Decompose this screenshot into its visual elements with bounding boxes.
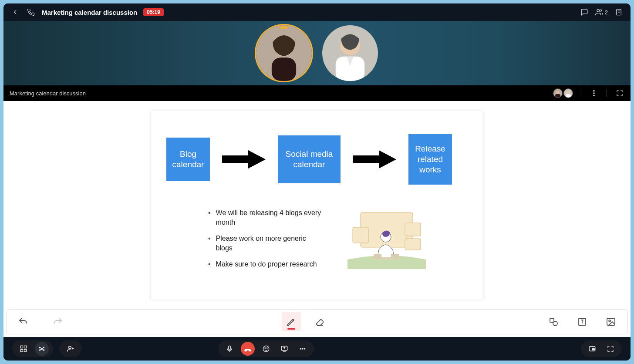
call-header: Marketing calendar discussion 05:19 2 [3, 3, 631, 21]
slide-viewport[interactable]: Blog calendar Social media calendar Rele… [3, 101, 631, 309]
svg-point-18 [594, 95, 594, 96]
svg-point-57 [302, 348, 303, 349]
svg-point-0 [597, 9, 600, 12]
whiteboard-toolbar [6, 309, 628, 334]
participant-count: 2 [605, 9, 608, 16]
more-icon[interactable] [589, 88, 599, 98]
svg-rect-6 [272, 57, 296, 81]
fullscreen-icon[interactable] [615, 88, 624, 98]
participant-avatar[interactable] [322, 25, 378, 81]
svg-rect-33 [20, 346, 23, 348]
svg-rect-26 [374, 254, 381, 259]
flow-box-blog: Blog calendar [166, 138, 210, 181]
layout-pill [12, 340, 53, 357]
svg-rect-36 [24, 350, 27, 352]
chat-button[interactable] [580, 7, 589, 17]
invite-pill [59, 340, 82, 357]
svg-rect-21 [405, 223, 421, 236]
mic-button[interactable] [223, 342, 236, 356]
shapes-button[interactable] [544, 312, 563, 331]
svg-rect-12 [555, 94, 560, 98]
svg-rect-25 [391, 254, 399, 259]
arrow-icon [222, 149, 266, 169]
phone-icon [26, 7, 36, 17]
svg-point-14 [567, 91, 570, 94]
grid-view-button[interactable] [17, 342, 30, 356]
svg-rect-28 [550, 318, 554, 322]
call-title: Marketing calendar discussion [42, 9, 137, 16]
text-button[interactable] [573, 312, 592, 331]
svg-rect-60 [592, 348, 594, 350]
svg-rect-20 [353, 227, 368, 243]
view-pill [581, 340, 622, 357]
undo-button[interactable] [13, 312, 33, 331]
participants-button[interactable]: 2 [595, 8, 608, 16]
svg-point-17 [594, 93, 594, 94]
svg-point-58 [304, 348, 305, 349]
eraser-tool[interactable] [310, 312, 330, 331]
share-header: Marketing calendar discussion [3, 85, 631, 101]
mini-avatar[interactable] [563, 88, 573, 98]
svg-point-51 [263, 346, 270, 352]
whiteboard-area: Blog calendar Social media calendar Rele… [3, 101, 631, 337]
svg-point-56 [300, 348, 301, 349]
speaker-view-button[interactable] [35, 342, 49, 356]
call-controls [3, 337, 631, 361]
bullet-item: Please work on more generic blogs [208, 234, 321, 253]
bullet-item: We will be releasing 4 blogs every month [208, 208, 321, 227]
mini-avatars [553, 88, 573, 98]
hangup-button[interactable] [241, 342, 255, 356]
call-timer: 05:19 [143, 8, 164, 16]
share-screen-button[interactable] [277, 342, 291, 356]
svg-rect-15 [566, 94, 571, 98]
notes-button[interactable] [614, 7, 624, 17]
flow-box-release: Release related works [408, 134, 452, 185]
svg-rect-31 [607, 318, 615, 325]
mini-avatar[interactable] [553, 88, 563, 98]
bullet-item: Make sure to do proper research [208, 260, 321, 269]
crown-icon [280, 25, 288, 30]
flow-row: Blog calendar Social media calendar Rele… [166, 134, 468, 185]
main-controls [218, 340, 314, 357]
participant-avatar-host[interactable] [256, 25, 312, 81]
add-participant-button[interactable] [64, 342, 78, 356]
svg-point-11 [556, 91, 560, 94]
flow-box-social: Social media calendar [278, 135, 341, 183]
svg-point-16 [594, 91, 594, 91]
image-button[interactable] [601, 312, 621, 331]
svg-point-29 [553, 321, 557, 326]
expand-button[interactable] [604, 342, 617, 356]
bullet-list: We will be releasing 4 blogs every month… [208, 208, 321, 276]
arrow-icon [353, 149, 396, 169]
app-window: Marketing calendar discussion 05:19 2 Ma… [3, 3, 631, 361]
svg-point-53 [267, 348, 268, 349]
svg-rect-34 [24, 346, 27, 348]
participants-strip [3, 21, 631, 85]
slide-illustration [347, 208, 426, 269]
redo-button[interactable] [48, 312, 67, 331]
pip-button[interactable] [585, 342, 599, 356]
svg-point-52 [265, 348, 266, 349]
svg-rect-35 [20, 350, 23, 352]
pen-tool[interactable] [282, 312, 301, 331]
share-title: Marketing calendar discussion [10, 90, 86, 97]
svg-rect-22 [405, 239, 421, 250]
back-button[interactable] [10, 7, 20, 17]
more-options-button[interactable] [296, 342, 310, 356]
svg-point-46 [69, 346, 71, 349]
svg-rect-49 [229, 346, 231, 350]
reactions-button[interactable] [259, 342, 273, 356]
slide: Blog calendar Social media calendar Rele… [151, 111, 483, 300]
svg-point-32 [609, 320, 610, 322]
